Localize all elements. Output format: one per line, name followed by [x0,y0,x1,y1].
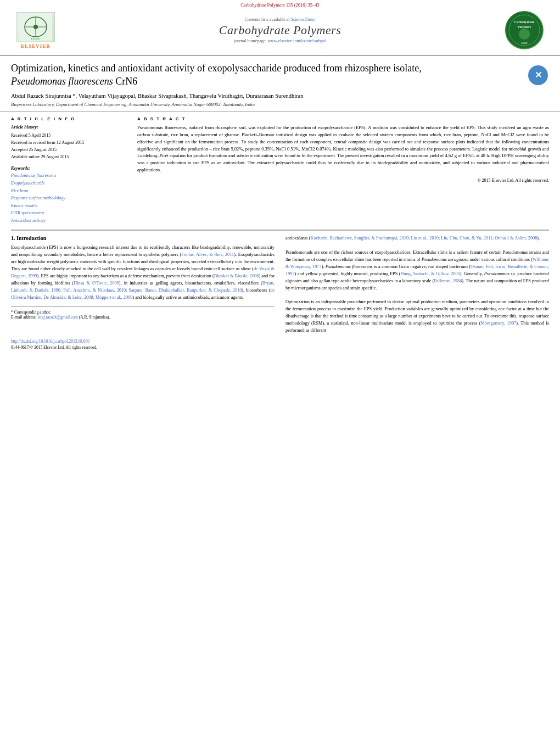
keyword-5: Kinetic models [11,202,126,210]
journal-name: Carbohydrate Polymers [60,23,500,37]
keyword-6: FTIR spectrometry [11,209,126,217]
footnote-area: * Corresponding author. E-mail address: … [11,306,275,320]
svg-text:Carbohydrate: Carbohydrate [514,20,535,24]
body-left: 1. Introduction Exopolysaccharide (EPS) … [11,235,275,334]
journal-title-block: Contents lists available at ScienceDirec… [60,17,500,43]
abstract-text: Pseudomonas fluorescens, isolated from r… [137,124,549,173]
corresponding-author: * Corresponding author. [11,310,275,315]
top-ref: Carbohydrate Polymers 135 (2016) 35–43 [240,2,320,8]
abstract-header: A B S T R A C T [137,116,549,121]
svg-text:Elsevier: Elsevier [31,37,40,40]
keyword-2: Exopolysaccharide [11,180,126,187]
svg-text:ISSN: ISSN [521,42,528,44]
crossmark-badge: ✕ [527,64,549,86]
section1-right-text: antioxidants (Kocharin, Rachathewe, Sang… [285,235,549,334]
article-history: Article history: Received 5 April 2015 R… [11,124,126,160]
svg-text:Polymers: Polymers [518,25,531,29]
elsevier-logo-box: Elsevier [16,12,55,42]
keyword-4: Response surface methodology [11,194,126,202]
journal-logo-circle: Carbohydrate Polymers ISSN [505,11,544,49]
homepage-link[interactable]: www.elsevier.com/locate/carbpol [268,38,327,43]
header-main: Elsevier ELSEVIER Contents lists availab… [0,9,560,52]
doi-link[interactable]: http://dx.doi.org/10.1016/j.carbpol.2015… [11,339,89,344]
svg-text:✕: ✕ [535,70,542,80]
authors: Abdul Razack Sirajunnisa *, Velayutham V… [11,92,549,101]
contents-line: Contents lists available at ScienceDirec… [60,17,500,22]
svg-point-10 [519,29,530,40]
article-info-header: A R T I C L E I N F O [11,116,126,121]
author-email[interactable]: siraj.razack@gmail.com [38,315,78,320]
elsevier-label: ELSEVIER [21,43,51,49]
article-area: Optimization, kinetics and antioxidant a… [0,56,560,107]
elsevier-logo: Elsevier ELSEVIER [11,12,60,49]
affiliation: Bioprocess Laboratory, Department of Che… [11,102,549,107]
body-right: antioxidants (Kocharin, Rachathewe, Sang… [285,235,549,334]
copyright-line: © 2015 Elsevier Ltd. All rights reserved… [137,178,549,183]
journal-homepage: journal homepage: www.elsevier.com/locat… [60,38,500,43]
issn-line: 0144-8617/© 2015 Elsevier Ltd. All right… [0,345,560,350]
journal-header: Carbohydrate Polymers 135 (2016) 35–43 E… [0,0,560,56]
doi-line: http://dx.doi.org/10.1016/j.carbpol.2015… [0,339,560,344]
left-col-info: A R T I C L E I N F O Article history: R… [11,116,126,224]
keywords-section: Keywords: Pseudomonas fluorescens Exopol… [11,166,126,224]
right-col-abstract: A B S T R A C T Pseudomonas fluorescens,… [137,116,549,224]
journal-top-bar: Carbohydrate Polymers 135 (2016) 35–43 [0,0,560,9]
keyword-7: Antioxidant activity [11,217,126,225]
crossmark-row: Optimization, kinetics and antioxidant a… [11,62,549,88]
keyword-3: Rice bran [11,187,126,195]
page-wrapper: Carbohydrate Polymers 135 (2016) 35–43 E… [0,0,560,742]
journal-logo-right: Carbohydrate Polymers ISSN [500,11,549,49]
article-info-abstract-cols: A R T I C L E I N F O Article history: R… [0,116,560,224]
section1-title: 1. Introduction [11,235,275,241]
bottom-divider [11,230,549,231]
email-line: E-mail address: siraj.razack@gmail.com (… [11,315,275,320]
svg-point-4 [33,25,38,29]
body-two-col: 1. Introduction Exopolysaccharide (EPS) … [0,235,560,334]
keyword-1: Pseudomonas fluorescens [11,172,126,180]
divider-line-1 [0,111,560,112]
section1-left-text: Exopolysaccharide (EPS) is now a burgeon… [11,244,275,301]
article-title: Optimization, kinetics and antioxidant a… [11,62,450,88]
sciencedirect-link[interactable]: ScienceDirect [291,17,316,22]
